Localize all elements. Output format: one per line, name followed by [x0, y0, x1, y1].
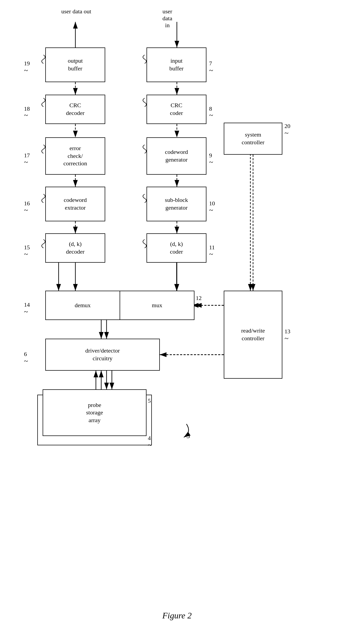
figure-caption: Figure 2 [162, 611, 192, 621]
codeword-extractor-block: codewordextractor [45, 187, 105, 221]
crc-decoder-block: CRCdecoder [45, 95, 105, 124]
squiggle-10: ~ [209, 206, 213, 214]
subblock-generator-block: sub-blockgenerator [147, 187, 206, 221]
label-5: 5 [148, 397, 151, 404]
codeword-generator-block: codewordgenerator [147, 137, 206, 175]
squiggle-19: ~ [24, 66, 28, 75]
system-controller-block: systemcontroller [224, 123, 282, 155]
squiggle-6: ~ [24, 357, 28, 365]
squiggle-17: ~ [24, 158, 28, 166]
squiggle-11: ~ [209, 250, 213, 258]
squiggle-8: ~ [209, 111, 213, 119]
error-correction-block: errorcheck/correction [45, 137, 105, 175]
squiggle-13: ~ [284, 334, 288, 343]
probe-storage-inner: probestoragearray [43, 389, 147, 436]
figure-3-arrow [165, 419, 197, 440]
squiggle-18: ~ [24, 111, 28, 119]
input-buffer-block: inputbuffer [147, 47, 206, 82]
driver-detector-block: driver/detectorcircuitry [45, 339, 160, 371]
crc-coder-block: CRCcoder [147, 95, 206, 124]
squiggle-4: ~ [148, 441, 152, 449]
squiggle-7: ~ [209, 66, 213, 75]
demux-part: demux [46, 291, 120, 319]
readwrite-controller-block: read/writecontroller [224, 291, 282, 379]
squiggle-15: ~ [24, 250, 28, 258]
squiggle-16: ~ [24, 206, 28, 214]
user-data-in-label: userdatain [162, 8, 172, 29]
squiggle-14: ~ [24, 307, 28, 316]
squiggle-12: ~ [196, 301, 200, 309]
dk-decoder-block: (d, k)decoder [45, 233, 105, 263]
demux-mux-block: demux mux [45, 291, 194, 320]
diagram: user data out userdatain outputbuffer 19… [0, 0, 354, 608]
dk-coder-block: (d, k)coder [147, 233, 206, 263]
mux-part: mux [120, 291, 194, 319]
user-data-out-label: user data out [61, 8, 91, 15]
squiggle-9: ~ [209, 158, 213, 166]
squiggle-20: ~ [284, 129, 288, 137]
output-buffer-block: outputbuffer [45, 47, 105, 82]
